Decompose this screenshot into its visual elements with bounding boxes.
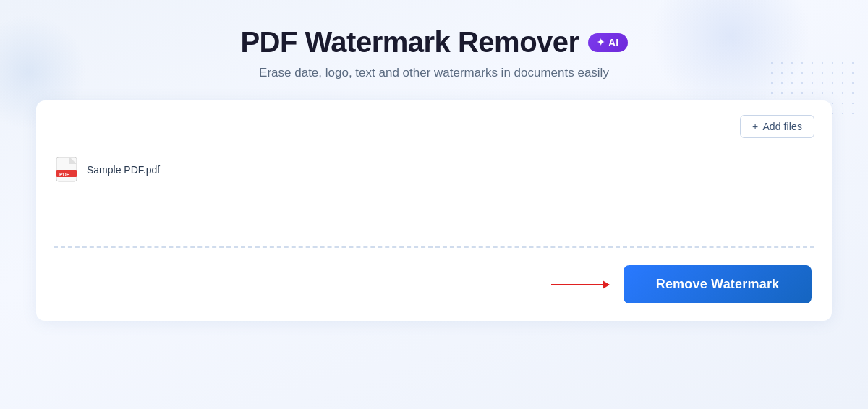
drop-zone: [54, 246, 814, 248]
arrow-indicator: [551, 284, 609, 285]
arrow-line: [551, 284, 609, 285]
header-section: PDF Watermark Remover ✦ AI Erase date, l…: [240, 26, 627, 80]
main-card: + Add files PDF Sample PDF.pdf R: [36, 100, 832, 321]
ai-badge-label: AI: [608, 37, 619, 48]
add-files-button[interactable]: + Add files: [740, 115, 814, 138]
file-name-label: Sample PDF.pdf: [87, 164, 160, 176]
add-files-plus-icon: +: [752, 121, 758, 132]
page-wrapper: PDF Watermark Remover ✦ AI Erase date, l…: [0, 0, 868, 321]
title-row: PDF Watermark Remover ✦ AI: [240, 26, 627, 59]
ai-badge-icon: ✦: [597, 37, 605, 48]
svg-rect-0: [56, 157, 77, 181]
ai-badge: ✦ AI: [588, 33, 628, 52]
add-files-label: Add files: [762, 121, 802, 132]
pdf-file-icon: PDF: [56, 157, 80, 183]
list-item: PDF Sample PDF.pdf: [54, 151, 814, 189]
add-files-row: + Add files: [54, 115, 814, 138]
action-row: Remove Watermark: [54, 265, 814, 303]
page-title: PDF Watermark Remover: [240, 26, 579, 59]
svg-text:PDF: PDF: [59, 172, 70, 177]
remove-watermark-button[interactable]: Remove Watermark: [624, 265, 812, 303]
page-subtitle: Erase date, logo, text and other waterma…: [240, 66, 627, 80]
